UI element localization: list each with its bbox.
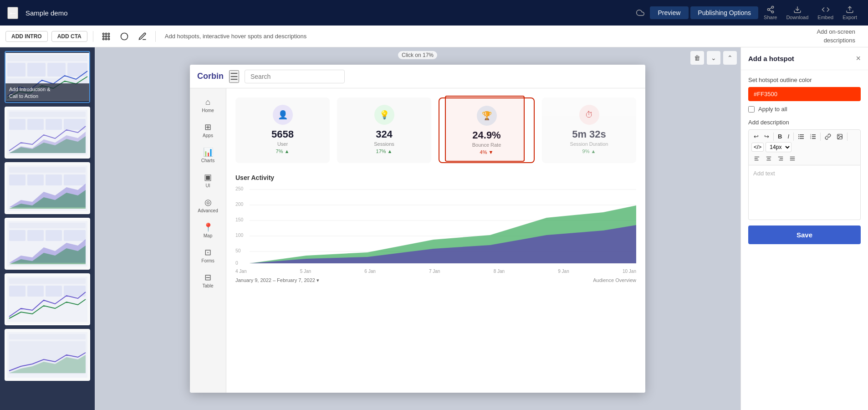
back-button[interactable]: ←	[7, 7, 18, 19]
rte-image-button[interactable]	[834, 132, 845, 141]
demo-nav-forms[interactable]: ⊡ Forms	[192, 244, 224, 267]
rte-undo-button[interactable]: ↩	[751, 132, 761, 141]
embed-button[interactable]: Embed	[814, 4, 837, 22]
svg-point-16	[121, 33, 128, 40]
svg-point-85	[838, 135, 839, 136]
svg-rect-28	[46, 119, 62, 130]
chart-area: 250 200 150 100 50 0	[235, 185, 636, 267]
date-range[interactable]: January 9, 2022 – February 7, 2022 ▾	[235, 277, 319, 283]
svg-rect-42	[9, 230, 26, 241]
save-button[interactable]: Save	[748, 226, 861, 244]
rte-font-size[interactable]: </>	[751, 143, 764, 152]
rte-ordered-list-button[interactable]: 123	[807, 132, 818, 141]
rte-size-select[interactable]: 14px 12px 16px 18px	[766, 142, 791, 152]
svg-point-15	[108, 38, 109, 40]
hotspot-panel: Add a hotspot × Set hotspot outline colo…	[740, 47, 868, 410]
svg-point-12	[108, 36, 109, 37]
audience-overview: Audience Overview	[593, 277, 636, 283]
rte-bold-button[interactable]: B	[776, 132, 784, 141]
svg-rect-18	[7, 55, 87, 61]
demo-nav-advanced[interactable]: ◎ Advanced	[192, 194, 224, 217]
svg-point-11	[105, 36, 107, 37]
rte-placeholder: Add text	[753, 170, 775, 177]
publishing-options-button[interactable]: Publishing Options	[690, 6, 758, 19]
color-swatch[interactable]: #FF3500	[748, 87, 861, 101]
svg-rect-19	[7, 63, 26, 77]
rte-bullet-list-button[interactable]	[796, 132, 807, 141]
user-stat-value: 5658	[241, 128, 324, 140]
svg-rect-33	[9, 167, 86, 173]
expand-down-button[interactable]: ⌄	[707, 51, 720, 65]
stat-card-duration: ⏱ 5m 32s Session Duration 9% ▲	[542, 97, 636, 163]
svg-point-77	[798, 138, 799, 139]
rte-redo-button[interactable]: ↪	[762, 132, 771, 141]
add-intro-button[interactable]: ADD INTRO	[5, 31, 48, 42]
cloud-icon-button[interactable]	[633, 7, 648, 19]
share-button[interactable]: Share	[760, 4, 781, 22]
chart-title: User Activity	[235, 174, 636, 181]
bounce-stat-label: Bounce Rate	[445, 142, 528, 148]
duration-stat-value: 5m 32s	[547, 128, 631, 140]
slide-item-5[interactable]	[5, 273, 90, 325]
preview-button[interactable]: Preview	[650, 6, 689, 19]
canvas-area[interactable]: Click on 17% 🗑 ⌄ ⌃ Corbin ☰	[95, 47, 740, 410]
rte-text-area[interactable]: Add text	[748, 165, 861, 220]
demo-hamburger[interactable]: ☰	[229, 70, 239, 83]
svg-rect-20	[27, 63, 46, 77]
hotspot-circle-tool[interactable]	[117, 29, 132, 44]
svg-rect-26	[9, 119, 26, 130]
svg-point-76	[798, 136, 799, 137]
delete-button[interactable]: 🗑	[690, 51, 704, 65]
apply-to-all-checkbox[interactable]	[748, 106, 755, 113]
duration-stat-label: Session Duration	[547, 141, 631, 147]
rte-italic-button[interactable]: I	[785, 132, 791, 141]
svg-rect-25	[9, 112, 86, 117]
demo-nav-map[interactable]: 📍 Map	[192, 219, 224, 242]
rte-align-left-button[interactable]	[751, 154, 762, 163]
hotspot-text-tool[interactable]	[135, 29, 150, 44]
sessions-stat-value: 324	[342, 128, 426, 140]
slide-item-1[interactable]: Add Introduction & Call to Action	[5, 51, 90, 103]
export-label: Export	[842, 15, 857, 20]
rte-align-center-button[interactable]	[763, 154, 774, 163]
export-button[interactable]: Export	[839, 4, 861, 22]
add-cta-button[interactable]: ADD CTA	[51, 31, 87, 42]
slide-item-2[interactable]	[5, 107, 90, 159]
svg-text:250: 250	[235, 186, 244, 191]
svg-text:200: 200	[235, 202, 244, 207]
hotspot-grid-tool[interactable]	[99, 29, 113, 44]
svg-rect-29	[64, 119, 86, 130]
expand-up-button[interactable]: ⌃	[723, 51, 737, 65]
svg-rect-49	[9, 278, 86, 284]
svg-rect-43	[27, 230, 44, 241]
download-button[interactable]: Download	[782, 4, 812, 22]
stat-cards: 👤 5658 User 7% ▲ 💡 324 Sessions 17% ▲	[235, 97, 636, 163]
demo-nav-table[interactable]: ⊟ Table	[192, 269, 224, 292]
toolbar-divider2	[155, 31, 156, 42]
panel-close-button[interactable]: ×	[856, 54, 861, 63]
svg-text:100: 100	[235, 233, 244, 238]
rte-align-right-button[interactable]	[775, 154, 786, 163]
slide-item-3[interactable]	[5, 162, 90, 214]
slide-item-4[interactable]	[5, 218, 90, 270]
bounce-stat-change: 4% ▼	[445, 149, 528, 155]
demo-search-input[interactable]	[245, 70, 345, 83]
demo-nav-apps[interactable]: ⊞ Apps	[192, 118, 224, 142]
slide-panel: Add Introduction & Call to Action	[0, 47, 95, 410]
rte-link-button[interactable]	[822, 132, 833, 141]
stat-card-sessions: 💡 324 Sessions 17% ▲	[337, 97, 431, 163]
demo-content: 👤 5658 User 7% ▲ 💡 324 Sessions 17% ▲	[226, 88, 645, 393]
demo-nav-home[interactable]: ⌂ Home	[192, 94, 224, 117]
canvas-actions: 🗑 ⌄ ⌃	[690, 51, 737, 65]
svg-rect-55	[9, 334, 86, 339]
description-section-label: Add description	[748, 119, 861, 126]
svg-text:50: 50	[235, 248, 241, 253]
apply-to-all-row: Apply to all	[748, 106, 861, 113]
rte-align-justify-button[interactable]	[787, 154, 798, 163]
demo-nav-ui[interactable]: ▣ UI	[192, 169, 224, 192]
demo-nav-charts[interactable]: 📊 Charts	[192, 144, 224, 167]
slide-item-6[interactable]	[5, 329, 90, 381]
duration-stat-change: 9% ▲	[547, 149, 631, 154]
toolbar: ADD INTRO ADD CTA Add hotspots, interact…	[0, 26, 868, 47]
svg-rect-51	[27, 286, 44, 297]
